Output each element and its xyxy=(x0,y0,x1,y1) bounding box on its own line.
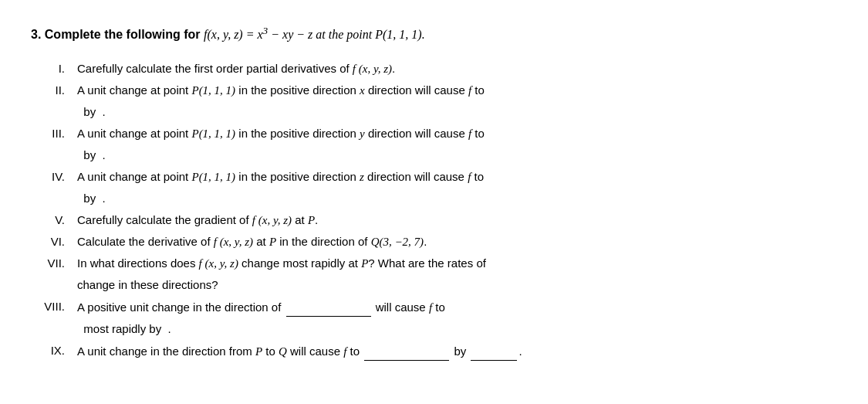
list-item: VI. Calculate the derivative of f (x, y,… xyxy=(31,233,837,251)
list-item: III. A unit change at point P(1, 1, 1) i… xyxy=(31,124,837,143)
item-content-ii: A unit change at point P(1, 1, 1) in the… xyxy=(77,81,837,100)
list-item: IV. A unit change at point P(1, 1, 1) in… xyxy=(31,168,837,186)
list-item: II. A unit change at point P(1, 1, 1) in… xyxy=(31,81,837,100)
item-content-iii: A unit change at point P(1, 1, 1) in the… xyxy=(77,124,837,143)
items-list: I. Carefully calculate the first order p… xyxy=(31,59,837,361)
blank-iii-2 xyxy=(99,148,102,161)
blank-viii-2 xyxy=(77,322,80,335)
item-continuation-iii: by . xyxy=(77,146,837,165)
content-wrapper: 3. Complete the following for f(x, y, z)… xyxy=(31,23,837,361)
item-continuation-ii: by . xyxy=(77,103,837,121)
item-number-ii: II. xyxy=(31,81,77,100)
item-content-v: Carefully calculate the gradient of f (x… xyxy=(77,211,837,229)
blank-ix-2 xyxy=(471,341,517,361)
item-number-ix: IX. xyxy=(31,341,77,361)
blank-iii-1 xyxy=(77,148,80,161)
blank-iv-1 xyxy=(77,192,80,205)
item-content-ix: A unit change in the direction from P to… xyxy=(77,341,837,361)
list-item: IX. A unit change in the direction from … xyxy=(31,341,837,361)
item-content-viii: A positive unit change in the direction … xyxy=(77,297,837,317)
item-number-vii: VII. xyxy=(31,254,77,273)
blank-viii-3 xyxy=(164,322,167,335)
item-continuation-vii: change in these directions? xyxy=(77,276,837,294)
item-content-vi: Calculate the derivative of f (x, y, z) … xyxy=(77,233,837,251)
item-continuation-iv: by . xyxy=(77,189,837,208)
item-continuation-viii: most rapidly by . xyxy=(77,320,837,338)
blank-ii-2 xyxy=(99,105,102,118)
item-content-vii: In what directions does f (x, y, z) chan… xyxy=(77,254,837,273)
item-number-iii: III. xyxy=(31,124,77,143)
item-content-i: Carefully calculate the first order part… xyxy=(77,59,837,78)
function-definition: f(x, y, z) = x3 − xy − z at the point P(… xyxy=(204,28,425,41)
blank-ix-1 xyxy=(364,341,449,361)
list-item: V. Carefully calculate the gradient of f… xyxy=(31,211,837,229)
list-item: VIII. A positive unit change in the dire… xyxy=(31,297,837,317)
problem-intro-text: Complete the following for xyxy=(45,28,204,41)
item-content-iv: A unit change at point P(1, 1, 1) in the… xyxy=(77,168,837,186)
problem-number: 3. xyxy=(31,28,41,41)
item-number-iv: IV. xyxy=(31,168,77,186)
item-number-vi: VI. xyxy=(31,233,77,251)
problem-header: 3. Complete the following for f(x, y, z)… xyxy=(31,23,837,44)
item-number-v: V. xyxy=(31,211,77,229)
item-number-i: I. xyxy=(31,59,77,78)
blank-iv-2 xyxy=(99,192,102,205)
item-number-viii: VIII. xyxy=(31,297,77,317)
list-item: I. Carefully calculate the first order p… xyxy=(31,59,837,78)
blank-ii-1 xyxy=(77,105,80,118)
blank-viii-1 xyxy=(286,297,371,317)
list-item: VII. In what directions does f (x, y, z)… xyxy=(31,254,837,273)
